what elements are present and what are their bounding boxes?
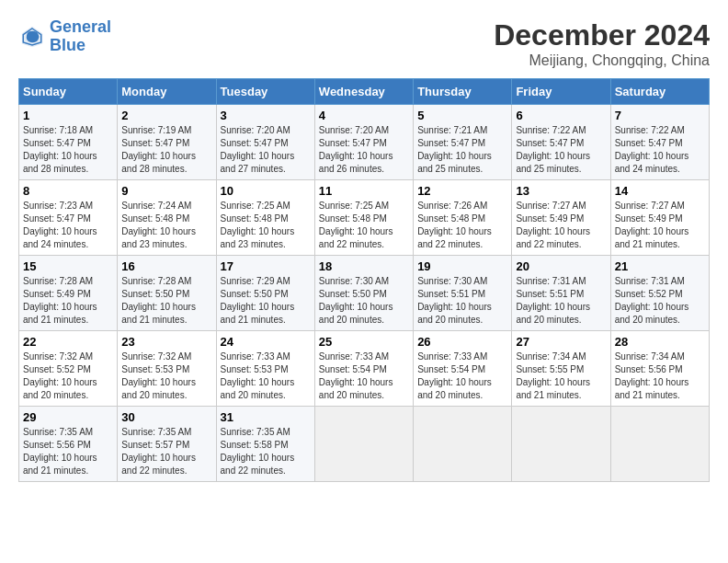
calendar-cell: 21 Sunrise: 7:31 AM Sunset: 5:52 PM Dayl…: [610, 256, 709, 331]
week-row-2: 8 Sunrise: 7:23 AM Sunset: 5:47 PM Dayli…: [19, 180, 710, 256]
logo: General Blue: [18, 18, 111, 55]
calendar-cell: 22 Sunrise: 7:32 AM Sunset: 5:52 PM Dayl…: [19, 331, 118, 407]
calendar-cell: 20 Sunrise: 7:31 AM Sunset: 5:51 PM Dayl…: [512, 256, 610, 331]
day-number: 4: [319, 109, 409, 122]
day-info: Sunrise: 7:22 AM Sunset: 5:47 PM Dayligh…: [516, 124, 606, 176]
day-info: Sunrise: 7:21 AM Sunset: 5:47 PM Dayligh…: [417, 124, 507, 176]
day-info: Sunrise: 7:18 AM Sunset: 5:47 PM Dayligh…: [23, 124, 113, 176]
day-number: 29: [23, 410, 113, 424]
weekday-header-friday: Friday: [512, 79, 610, 105]
day-number: 6: [516, 109, 606, 122]
day-info: Sunrise: 7:20 AM Sunset: 5:47 PM Dayligh…: [221, 124, 311, 176]
location-title: Meijiang, Chongqing, China: [494, 52, 710, 69]
day-info: Sunrise: 7:24 AM Sunset: 5:48 PM Dayligh…: [121, 200, 211, 251]
day-number: 15: [23, 259, 113, 273]
weekday-header-tuesday: Tuesday: [216, 79, 314, 105]
calendar-cell: 9 Sunrise: 7:24 AM Sunset: 5:48 PM Dayli…: [118, 180, 216, 256]
week-row-4: 22 Sunrise: 7:32 AM Sunset: 5:52 PM Dayl…: [19, 331, 710, 407]
calendar-cell: [414, 407, 512, 482]
calendar-cell: 16 Sunrise: 7:28 AM Sunset: 5:50 PM Dayl…: [118, 256, 216, 331]
week-row-5: 29 Sunrise: 7:35 AM Sunset: 5:56 PM Dayl…: [19, 407, 710, 482]
calendar-cell: 2 Sunrise: 7:19 AM Sunset: 5:47 PM Dayli…: [118, 105, 216, 180]
day-info: Sunrise: 7:27 AM Sunset: 5:49 PM Dayligh…: [615, 200, 705, 251]
day-info: Sunrise: 7:22 AM Sunset: 5:47 PM Dayligh…: [615, 124, 705, 176]
logo-text: General Blue: [50, 18, 111, 55]
calendar-cell: 1 Sunrise: 7:18 AM Sunset: 5:47 PM Dayli…: [19, 105, 118, 180]
month-title: December 2024: [494, 18, 710, 52]
calendar-cell: 13 Sunrise: 7:27 AM Sunset: 5:49 PM Dayl…: [512, 180, 610, 256]
calendar-cell: 24 Sunrise: 7:33 AM Sunset: 5:53 PM Dayl…: [216, 331, 314, 407]
day-number: 10: [221, 184, 311, 198]
day-number: 2: [121, 109, 211, 122]
day-number: 1: [23, 109, 113, 122]
calendar-cell: 31 Sunrise: 7:35 AM Sunset: 5:58 PM Dayl…: [216, 407, 314, 482]
header: General Blue December 2024 Meijiang, Cho…: [18, 18, 710, 69]
day-number: 27: [516, 335, 606, 349]
day-info: Sunrise: 7:26 AM Sunset: 5:48 PM Dayligh…: [417, 200, 507, 251]
calendar-table: SundayMondayTuesdayWednesdayThursdayFrid…: [18, 78, 710, 482]
day-number: 24: [221, 335, 311, 349]
calendar-cell: 18 Sunrise: 7:30 AM Sunset: 5:50 PM Dayl…: [314, 256, 413, 331]
calendar-cell: 4 Sunrise: 7:20 AM Sunset: 5:47 PM Dayli…: [314, 105, 413, 180]
day-info: Sunrise: 7:25 AM Sunset: 5:48 PM Dayligh…: [319, 200, 409, 251]
calendar-cell: 26 Sunrise: 7:33 AM Sunset: 5:54 PM Dayl…: [414, 331, 512, 407]
day-number: 30: [121, 410, 211, 424]
day-number: 23: [121, 335, 211, 349]
day-number: 9: [121, 184, 211, 198]
calendar-cell: 19 Sunrise: 7:30 AM Sunset: 5:51 PM Dayl…: [414, 256, 512, 331]
weekday-header-wednesday: Wednesday: [314, 79, 413, 105]
calendar-cell: 15 Sunrise: 7:28 AM Sunset: 5:49 PM Dayl…: [19, 256, 118, 331]
weekday-header-thursday: Thursday: [414, 79, 512, 105]
day-number: 28: [615, 335, 705, 349]
day-info: Sunrise: 7:35 AM Sunset: 5:58 PM Dayligh…: [221, 426, 311, 477]
day-number: 22: [23, 335, 113, 349]
day-number: 7: [615, 109, 705, 122]
calendar-cell: 3 Sunrise: 7:20 AM Sunset: 5:47 PM Dayli…: [216, 105, 314, 180]
day-number: 19: [417, 259, 507, 273]
day-number: 18: [319, 259, 409, 273]
day-info: Sunrise: 7:20 AM Sunset: 5:47 PM Dayligh…: [319, 124, 409, 176]
calendar-cell: 7 Sunrise: 7:22 AM Sunset: 5:47 PM Dayli…: [610, 105, 709, 180]
day-number: 5: [417, 109, 507, 122]
day-info: Sunrise: 7:29 AM Sunset: 5:50 PM Dayligh…: [221, 275, 311, 327]
day-number: 26: [417, 335, 507, 349]
calendar-cell: [512, 407, 610, 482]
day-number: 3: [221, 109, 311, 122]
day-info: Sunrise: 7:32 AM Sunset: 5:53 PM Dayligh…: [121, 350, 211, 402]
day-number: 21: [615, 259, 705, 273]
calendar-cell: 14 Sunrise: 7:27 AM Sunset: 5:49 PM Dayl…: [610, 180, 709, 256]
day-info: Sunrise: 7:19 AM Sunset: 5:47 PM Dayligh…: [121, 124, 211, 176]
day-info: Sunrise: 7:28 AM Sunset: 5:49 PM Dayligh…: [23, 275, 113, 327]
day-info: Sunrise: 7:30 AM Sunset: 5:50 PM Dayligh…: [319, 275, 409, 327]
day-info: Sunrise: 7:33 AM Sunset: 5:53 PM Dayligh…: [221, 350, 311, 402]
logo-icon: [18, 23, 46, 51]
day-number: 20: [516, 259, 606, 273]
day-number: 14: [615, 184, 705, 198]
day-info: Sunrise: 7:23 AM Sunset: 5:47 PM Dayligh…: [23, 200, 113, 251]
weekday-header-saturday: Saturday: [610, 79, 709, 105]
weekday-header-monday: Monday: [118, 79, 216, 105]
calendar-cell: 25 Sunrise: 7:33 AM Sunset: 5:54 PM Dayl…: [314, 331, 413, 407]
day-info: Sunrise: 7:33 AM Sunset: 5:54 PM Dayligh…: [319, 350, 409, 402]
calendar-cell: 5 Sunrise: 7:21 AM Sunset: 5:47 PM Dayli…: [414, 105, 512, 180]
day-info: Sunrise: 7:34 AM Sunset: 5:56 PM Dayligh…: [615, 350, 705, 402]
day-info: Sunrise: 7:27 AM Sunset: 5:49 PM Dayligh…: [516, 200, 606, 251]
calendar-cell: [610, 407, 709, 482]
week-row-3: 15 Sunrise: 7:28 AM Sunset: 5:49 PM Dayl…: [19, 256, 710, 331]
calendar-cell: 10 Sunrise: 7:25 AM Sunset: 5:48 PM Dayl…: [216, 180, 314, 256]
day-info: Sunrise: 7:25 AM Sunset: 5:48 PM Dayligh…: [221, 200, 311, 251]
day-info: Sunrise: 7:31 AM Sunset: 5:51 PM Dayligh…: [516, 275, 606, 327]
calendar-cell: 8 Sunrise: 7:23 AM Sunset: 5:47 PM Dayli…: [19, 180, 118, 256]
day-info: Sunrise: 7:32 AM Sunset: 5:52 PM Dayligh…: [23, 350, 113, 402]
calendar-cell: 27 Sunrise: 7:34 AM Sunset: 5:55 PM Dayl…: [512, 331, 610, 407]
day-number: 31: [221, 410, 311, 424]
day-number: 25: [319, 335, 409, 349]
day-info: Sunrise: 7:28 AM Sunset: 5:50 PM Dayligh…: [121, 275, 211, 327]
title-area: December 2024 Meijiang, Chongqing, China: [494, 18, 710, 69]
calendar-cell: 29 Sunrise: 7:35 AM Sunset: 5:56 PM Dayl…: [19, 407, 118, 482]
day-number: 12: [417, 184, 507, 198]
day-info: Sunrise: 7:31 AM Sunset: 5:52 PM Dayligh…: [615, 275, 705, 327]
week-row-1: 1 Sunrise: 7:18 AM Sunset: 5:47 PM Dayli…: [19, 105, 710, 180]
day-info: Sunrise: 7:33 AM Sunset: 5:54 PM Dayligh…: [417, 350, 507, 402]
day-info: Sunrise: 7:34 AM Sunset: 5:55 PM Dayligh…: [516, 350, 606, 402]
